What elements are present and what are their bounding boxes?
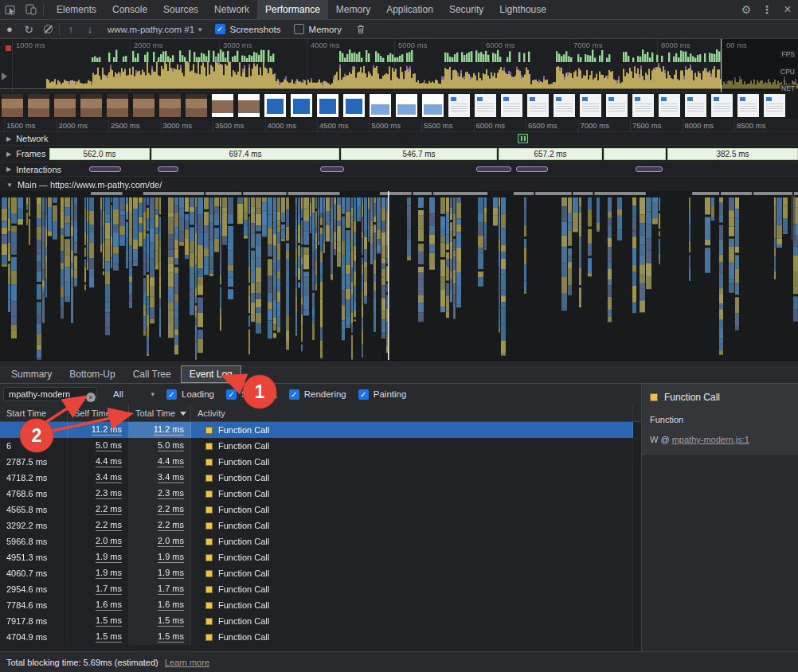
interaction-bar[interactable]	[89, 166, 121, 172]
event-log-row[interactable]: 2787.5 ms4.4 ms4.4 msFunction Call	[0, 454, 633, 470]
filmstrip-thumbnail[interactable]	[685, 94, 706, 117]
drawer-tab-summary[interactable]: Summary	[3, 366, 60, 382]
drawer-tab-event-log[interactable]: Event Log	[181, 365, 241, 383]
collapse-arrow-icon[interactable]: ▶	[6, 150, 11, 158]
interaction-bar[interactable]	[320, 166, 344, 172]
event-log-row[interactable]: 2954.6 ms1.7 ms1.7 msFunction Call	[0, 581, 633, 597]
event-log-row[interactable]: 3292.2 ms2.2 ms2.2 msFunction Call	[0, 518, 633, 533]
tab-console[interactable]: Console	[104, 0, 155, 19]
reload-and-record-button[interactable]: ↻	[19, 21, 38, 38]
screenshots-checkbox[interactable]: ✓ Screenshots	[215, 24, 281, 34]
event-log-row[interactable]: 11.2 ms11.2 msFunction Call	[0, 422, 633, 438]
load-profile-button[interactable]: ↑	[61, 21, 80, 38]
filmstrip-thumbnail[interactable]	[343, 94, 365, 117]
column-header-total-time[interactable]: Total Time	[129, 404, 191, 422]
timeline-overview[interactable]: 1000 ms2000 ms3000 ms4000 ms5000 ms6000 …	[0, 39, 798, 92]
filmstrip-thumbnail[interactable]	[659, 94, 680, 117]
overview-grip-icon[interactable]	[2, 72, 7, 80]
event-log-row[interactable]: 7784.6 ms1.6 ms1.6 msFunction Call	[0, 597, 633, 613]
tab-sources[interactable]: Sources	[155, 0, 206, 19]
filmstrip-thumbnail[interactable]	[448, 94, 470, 117]
device-toolbar-icon[interactable]	[21, 0, 41, 19]
interaction-bar[interactable]	[636, 166, 663, 172]
save-profile-button[interactable]: ↓	[80, 21, 100, 38]
filmstrip-thumbnail[interactable]	[580, 94, 601, 117]
event-log-row[interactable]: 5966.8 ms2.0 ms2.0 msFunction Call	[0, 533, 633, 549]
tab-lighthouse[interactable]: Lighthouse	[491, 0, 554, 19]
event-log-row[interactable]: 4565.8 ms2.2 ms2.2 msFunction Call	[0, 502, 633, 518]
profile-select[interactable]: www.m-pathy.com #1▾	[108, 25, 202, 34]
filmstrip-thumbnail[interactable]	[527, 94, 549, 117]
filmstrip-thumbnail[interactable]	[291, 94, 312, 117]
clear-recording-button[interactable]	[38, 21, 57, 38]
frame-duration-bar[interactable]: 657.2 ms	[499, 148, 602, 160]
filmstrip-thumbnail[interactable]	[711, 94, 733, 117]
filmstrip-thumbnail[interactable]	[737, 94, 759, 117]
filter-checkbox-loading[interactable]: ✓Loading	[166, 389, 214, 400]
frame-duration-bar[interactable]: 546.7 ms	[341, 148, 497, 160]
event-log-row[interactable]: 4704.9 ms1.5 ms1.5 msFunction Call	[0, 629, 633, 645]
drawer-tab-call-tree[interactable]: Call Tree	[125, 366, 179, 382]
filmstrip-thumbnail[interactable]	[764, 94, 785, 117]
frame-duration-bar[interactable]: 382.5 ms	[667, 148, 798, 160]
filter-checkbox-rendering[interactable]: ✓Rendering	[289, 389, 346, 400]
filmstrip-thumbnail[interactable]	[107, 94, 128, 117]
filmstrip-thumbnail[interactable]	[475, 94, 496, 117]
source-link[interactable]: mpathy-modern.js:1	[672, 435, 749, 444]
garbage-collect-icon[interactable]	[351, 21, 370, 38]
frame-duration-bar[interactable]	[604, 148, 666, 160]
frames-track[interactable]: ▶Frames 562.0 ms697.4 ms546.7 ms657.2 ms…	[0, 146, 798, 162]
column-header-start-time[interactable]: Start Time	[0, 404, 68, 422]
inspect-cursor-icon[interactable]	[0, 0, 21, 19]
filter-checkbox-painting[interactable]: ✓Painting	[358, 389, 407, 400]
interaction-bar[interactable]	[158, 166, 178, 172]
filmstrip-thumbnail[interactable]	[396, 94, 417, 117]
filmstrip-thumbnail[interactable]	[133, 94, 155, 117]
drag-handle-icon[interactable]	[518, 134, 528, 143]
filmstrip-thumbnail[interactable]	[186, 94, 207, 117]
tab-performance[interactable]: Performance	[257, 0, 328, 19]
filmstrip-thumbnail[interactable]	[501, 94, 522, 117]
scrollbar-thumb[interactable]	[791, 195, 796, 241]
event-log-row[interactable]: 4951.3 ms1.9 ms1.9 msFunction Call	[0, 549, 633, 565]
close-devtools-icon[interactable]: ×	[777, 0, 798, 19]
filmstrip-thumbnail[interactable]	[370, 94, 391, 117]
clear-filter-icon[interactable]: ×	[86, 393, 96, 402]
tab-network[interactable]: Network	[206, 0, 257, 19]
filter-checkbox-scripting[interactable]: ✓Scripting	[226, 389, 277, 400]
event-log-row[interactable]: 7917.8 ms1.5 ms1.5 msFunction Call	[0, 613, 633, 629]
tab-memory[interactable]: Memory	[328, 0, 378, 19]
tab-elements[interactable]: Elements	[49, 0, 104, 19]
filmstrip-thumbnail[interactable]	[159, 94, 181, 117]
drawer-tab-bottom-up[interactable]: Bottom-Up	[61, 366, 123, 382]
learn-more-link[interactable]: Learn more	[165, 658, 209, 667]
event-log-row[interactable]: 65.0 ms5.0 msFunction Call	[0, 438, 633, 454]
main-track-header[interactable]: ▼Main — https://www.m-pathy.com/de/	[0, 178, 798, 191]
tab-security[interactable]: Security	[441, 0, 491, 19]
record-button[interactable]: ●	[0, 21, 19, 38]
collapse-arrow-icon[interactable]: ▶	[6, 135, 11, 143]
column-header-activity[interactable]: Activity	[191, 404, 633, 422]
settings-gear-icon[interactable]: ⚙	[736, 0, 757, 19]
interaction-bar[interactable]	[476, 166, 511, 172]
duration-select[interactable]: All▾	[113, 389, 155, 399]
column-header-self-time[interactable]: Self Time	[68, 404, 129, 422]
frame-duration-bar[interactable]: 697.4 ms	[151, 148, 339, 160]
expand-arrow-icon[interactable]: ▼	[6, 182, 13, 189]
filmstrip-thumbnail[interactable]	[80, 94, 102, 117]
collapse-arrow-icon[interactable]: ▶	[6, 166, 11, 173]
filmstrip-thumbnail[interactable]	[632, 94, 654, 117]
filmstrip-thumbnail[interactable]	[212, 94, 233, 117]
network-track[interactable]: ▶Network	[0, 132, 798, 146]
main-flame-chart[interactable]	[0, 191, 798, 360]
filmstrip-thumbnail[interactable]	[54, 94, 76, 117]
tab-application[interactable]: Application	[378, 0, 441, 19]
event-log-row[interactable]: 4060.7 ms1.9 ms1.9 msFunction Call	[0, 565, 633, 581]
more-options-icon[interactable]: ⋮	[757, 0, 777, 19]
filmstrip-thumbnail[interactable]	[238, 94, 260, 117]
filmstrip-thumbnail[interactable]	[2, 94, 23, 117]
memory-checkbox[interactable]: Memory	[294, 24, 342, 34]
filmstrip-thumbnail[interactable]	[422, 94, 444, 117]
filmstrip-thumbnail[interactable]	[606, 94, 628, 117]
filmstrip-thumbnail[interactable]	[317, 94, 338, 117]
